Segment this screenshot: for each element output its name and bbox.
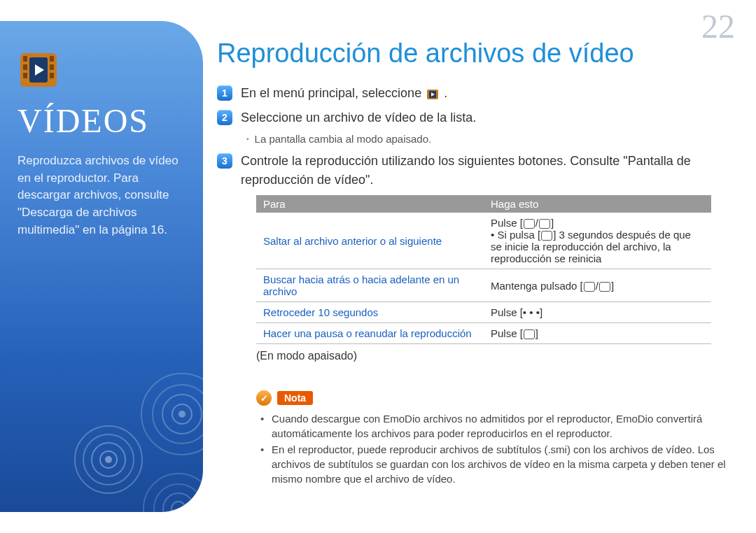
table-do-2: Pulse [• • •] (484, 302, 711, 323)
videos-section-icon (18, 49, 59, 91)
svg-rect-3 (23, 73, 27, 78)
svg-rect-5 (50, 64, 54, 70)
table-action-0: Saltar al archivo anterior o al siguient… (256, 213, 484, 269)
svg-point-22 (172, 502, 186, 512)
note-header: ✓ Nota (256, 390, 728, 406)
svg-rect-1 (23, 56, 27, 62)
table-header-do: Haga esto (484, 195, 711, 213)
table-do-0: Pulse [/] • Si pulsa [] 3 segundos despu… (484, 213, 711, 269)
table-do-1-suffix: ] (611, 280, 614, 292)
table-action-1: Buscar hacia atrás o hacia adelante en u… (256, 269, 484, 302)
table-row: Hacer una pausa o reanudar la reproducci… (256, 323, 711, 344)
table-do-3-suffix: ] (536, 327, 538, 339)
table-do-0-suffix: ] (551, 217, 554, 229)
button-icon (541, 231, 552, 241)
table-do-1: Mantenga pulsado [/] (484, 269, 711, 302)
button-icon (524, 329, 535, 339)
table-action-3: Hacer una pausa o reanudar la reproducci… (256, 323, 484, 344)
svg-point-19 (144, 474, 203, 512)
sidebar-title: VÍDEOS (18, 101, 186, 140)
svg-point-21 (163, 493, 194, 512)
note-item-0: Cuando descargue con EmoDio archivos no … (260, 411, 728, 441)
step-1-text-part: En el menú principal, seleccione (241, 86, 421, 100)
step-1-after: . (440, 86, 447, 100)
note-section: ✓ Nota Cuando descargue con EmoDio archi… (256, 390, 735, 486)
note-label: Nota (277, 391, 313, 405)
svg-point-15 (153, 385, 203, 443)
svg-point-18 (178, 411, 186, 418)
step-badge-1: 1 (217, 85, 232, 101)
table-do-3: Pulse [] (484, 323, 711, 344)
svg-point-20 (154, 484, 203, 512)
step-badge-2: 2 (217, 110, 232, 125)
page-title: Reproducción de archivos de vídeo (217, 38, 735, 69)
step-3: 3 Controle la reproducción utilizando lo… (217, 152, 735, 190)
step-2: 2 Seleccione un archivo de vídeo de la l… (217, 108, 735, 127)
table-do-0-extra-pre: Si pulsa [ (497, 229, 540, 241)
step-2-subtext: La pantalla cambia al modo apaisado. (246, 133, 735, 145)
step-1-text: En el menú principal, seleccione . (241, 84, 735, 103)
table-row: Saltar al archivo anterior o al siguient… (256, 213, 711, 269)
table-do-3-prefix: Pulse [ (491, 327, 523, 339)
decorative-circles (70, 351, 203, 512)
note-item-1: En el reproductor, puede reproducir arch… (260, 442, 728, 486)
step-badge-3: 3 (217, 153, 232, 169)
table-do-0-prefix: Pulse [ (491, 217, 523, 229)
svg-rect-2 (23, 64, 27, 70)
button-icon (599, 282, 610, 292)
main-content: Reproducción de archivos de vídeo 1 En e… (217, 38, 735, 533)
step-1: 1 En el menú principal, seleccione . (217, 84, 735, 103)
table-action-2: Retroceder 10 segundos (256, 302, 484, 323)
button-icon (584, 282, 595, 292)
table-header-para: Para (256, 195, 484, 213)
step-3-text: Controle la reproducción utilizando los … (241, 152, 735, 190)
controls-table: Para Haga esto Saltar al archivo anterio… (256, 195, 711, 344)
note-list: Cuando descargue con EmoDio archivos no … (260, 411, 728, 486)
landscape-note: (En modo apaisado) (256, 350, 735, 362)
table-do-1-prefix: Mantenga pulsado [ (491, 280, 583, 292)
button-icon (539, 219, 550, 229)
svg-rect-6 (50, 73, 54, 78)
video-icon (426, 87, 439, 100)
sidebar: VÍDEOS Reproduzca archivos de vídeo en e… (0, 21, 203, 512)
svg-rect-4 (50, 56, 54, 62)
button-icon (524, 219, 535, 229)
table-row: Retroceder 10 segundos Pulse [• • •] (256, 302, 711, 323)
step-2-text: Seleccione un archivo de vídeo de la lis… (241, 108, 735, 127)
table-row: Buscar hacia atrás o hacia adelante en u… (256, 269, 711, 302)
check-icon: ✓ (256, 390, 272, 406)
sidebar-description: Reproduzca archivos de vídeo en el repro… (18, 152, 186, 239)
svg-point-13 (105, 456, 112, 463)
